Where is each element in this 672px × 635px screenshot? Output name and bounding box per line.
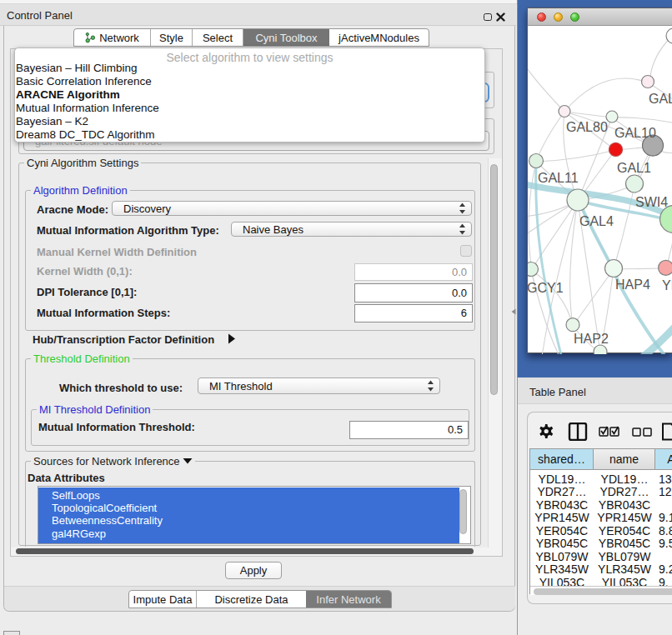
svg-text:HAP2: HAP2: [574, 332, 609, 346]
svg-text:GAL80: GAL80: [566, 120, 608, 134]
svg-text:GAL11: GAL11: [538, 171, 579, 185]
svg-text:GAL7: GAL7: [649, 92, 672, 106]
svg-text:GAL1: GAL1: [617, 161, 651, 175]
svg-text:YM: YM: [662, 278, 672, 292]
svg-text:GAL10: GAL10: [614, 126, 656, 140]
svg-text:GCY1: GCY1: [528, 281, 564, 295]
svg-text:HAP4: HAP4: [615, 278, 650, 292]
svg-text:GAL4: GAL4: [579, 214, 614, 228]
svg-text:SWI4: SWI4: [635, 195, 668, 209]
